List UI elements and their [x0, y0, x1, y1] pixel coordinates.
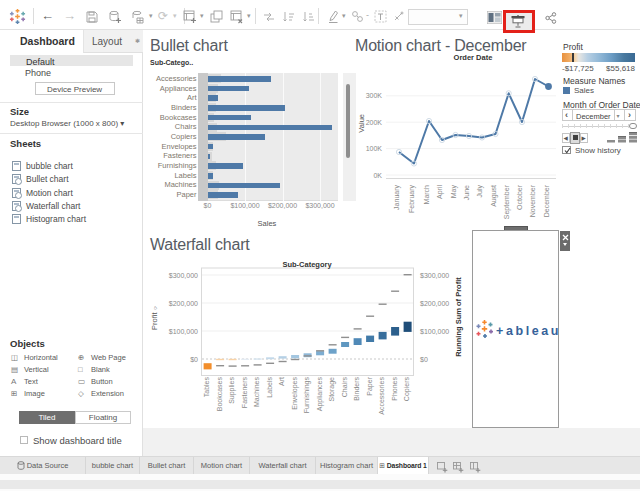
svg-text:Bookcases: Bookcases [216, 377, 223, 412]
svg-text:$300,000: $300,000 [420, 272, 449, 279]
svg-text:Storage: Storage [328, 377, 336, 402]
svg-text:$100,000: $100,000 [169, 328, 198, 335]
svg-text:January: January [393, 185, 401, 210]
svg-text:Supplies: Supplies [228, 377, 236, 404]
svg-text:Sub-Category: Sub-Category [282, 260, 332, 269]
svg-text:August: August [490, 185, 498, 207]
svg-text:Labels: Labels [266, 377, 273, 398]
svg-text:Copiers: Copiers [403, 377, 411, 402]
svg-text:$100,000: $100,000 [420, 328, 449, 335]
svg-text:September: September [503, 184, 511, 219]
svg-text:Fasteners: Fasteners [241, 377, 248, 409]
svg-text:February: February [408, 185, 416, 214]
svg-text:Appliances: Appliances [316, 377, 324, 412]
svg-text:$200,000: $200,000 [169, 300, 198, 307]
svg-text:April: April [436, 185, 444, 199]
svg-text:November: November [529, 184, 536, 217]
svg-text:Phones: Phones [391, 377, 398, 401]
svg-text:$300,000: $300,000 [169, 272, 198, 279]
svg-text:Binders: Binders [353, 377, 360, 401]
svg-text:Envelopes: Envelopes [291, 377, 299, 410]
svg-text:Furnishings: Furnishings [303, 377, 311, 414]
svg-text:March: March [423, 185, 430, 205]
svg-text:December: December [543, 184, 550, 217]
svg-text:Paper: Paper [366, 376, 374, 395]
svg-text:Machines: Machines [253, 377, 260, 407]
svg-text:October: October [516, 184, 523, 210]
svg-text:May: May [450, 185, 458, 199]
svg-text:Art: Art [278, 377, 285, 386]
svg-text:June: June [463, 185, 470, 200]
svg-text:Tables: Tables [203, 377, 210, 398]
svg-text:$0: $0 [420, 356, 428, 363]
svg-text:Profit ⌔: Profit ⌔ [150, 305, 159, 330]
svg-text:$200,000: $200,000 [420, 300, 449, 307]
svg-text:Accessories: Accessories [378, 377, 385, 415]
svg-text:July: July [476, 185, 484, 198]
svg-text:Running Sum of Profit: Running Sum of Profit [454, 277, 463, 357]
svg-text:$0: $0 [190, 356, 198, 363]
svg-text:Chairs: Chairs [341, 377, 348, 398]
